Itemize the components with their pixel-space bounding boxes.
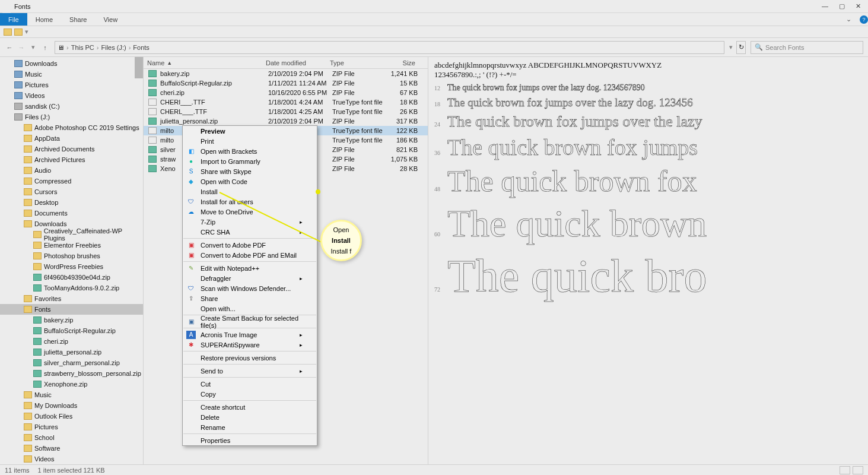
menu-install[interactable]: Install <box>183 186 317 197</box>
up-button[interactable]: ↑ <box>40 44 50 51</box>
menu-edit-npp[interactable]: ✎Edit with Notepad++ <box>183 263 317 273</box>
menu-scan-defender[interactable]: 🛡Scan with Windows Defender... <box>183 283 317 293</box>
forward-button[interactable]: → <box>17 44 26 51</box>
folder-icon[interactable] <box>4 28 12 36</box>
menu-print[interactable]: Print <box>183 136 317 146</box>
minimize-button[interactable]: — <box>822 2 828 10</box>
menu-send-to[interactable]: Send to▸ <box>183 366 317 376</box>
menu-delete[interactable]: Delete <box>183 412 317 422</box>
sidebar-item[interactable]: Videos <box>0 90 143 101</box>
recent-chevron-icon[interactable]: ▾ <box>28 43 38 51</box>
sidebar-item[interactable]: julietta_personal.zip <box>0 347 143 357</box>
sidebar-item[interactable]: BuffaloScript-Regular.zip <box>0 325 143 336</box>
sidebar-item[interactable]: TooManyAddons-9.0.2.zip <box>0 283 143 293</box>
file-row[interactable]: BuffaloScript-Regular.zip1/11/2021 11:24… <box>144 78 428 88</box>
sidebar-item[interactable]: Desktop <box>0 197 143 208</box>
tab-view[interactable]: View <box>95 13 126 26</box>
ribbon-chevron-icon[interactable]: ⌄ <box>846 15 856 23</box>
sidebar-item[interactable]: AppData <box>0 133 143 144</box>
menu-crc[interactable]: CRC SHA▸ <box>183 227 317 237</box>
folder-icon[interactable] <box>14 28 23 36</box>
col-type[interactable]: Type <box>326 59 383 66</box>
sidebar-item[interactable]: Compressed <box>0 176 143 186</box>
file-row[interactable]: CHERL___.TTF1/18/2001 4:25 AMTrueType fo… <box>144 107 428 116</box>
tab-home[interactable]: Home <box>27 13 61 26</box>
sidebar-item[interactable]: sandisk (C:) <box>0 101 143 112</box>
menu-share-skype[interactable]: SShare with Skype <box>183 166 317 176</box>
sidebar-item[interactable]: Outlook Files <box>0 411 143 422</box>
menu-preview[interactable]: Preview <box>183 126 317 136</box>
menu-acronis[interactable]: AAcronis True Image▸ <box>183 330 317 340</box>
breadcrumb-dropdown-icon[interactable]: ▾ <box>729 43 733 51</box>
breadcrumb[interactable]: 🖥 › This PC › Files (J:) › Fonts <box>55 41 724 54</box>
back-button[interactable]: ← <box>5 44 14 51</box>
menu-open-code[interactable]: ◆Open with Code <box>183 176 317 186</box>
menu-smart-backup[interactable]: ▣Create Smart Backup for selected file(s… <box>183 316 317 327</box>
col-name[interactable]: Name ▲ <box>144 59 262 66</box>
sidebar-item[interactable]: Xenophone.zip <box>0 379 143 390</box>
sidebar-item[interactable]: Downloads <box>0 58 143 69</box>
menu-defraggler[interactable]: Defraggler▸ <box>183 273 317 283</box>
sidebar-item[interactable]: strawberry_blossom_personal.zip <box>0 368 143 379</box>
tab-share[interactable]: Share <box>61 13 95 26</box>
sidebar-item[interactable]: Pictures <box>0 422 143 432</box>
help-icon[interactable]: ? <box>860 15 868 24</box>
sidebar-item[interactable]: Fonts <box>0 304 143 315</box>
menu-create-shortcut[interactable]: Create shortcut <box>183 402 317 412</box>
search-input[interactable]: 🔍 Search Fonts <box>751 41 863 54</box>
menu-share[interactable]: ⇪Share <box>183 293 317 303</box>
sidebar-item[interactable]: bakery.zip <box>0 315 143 325</box>
sidebar-item[interactable]: 6f4960b49390e04d.zip <box>0 272 143 283</box>
menu-cut[interactable]: Cut <box>183 379 317 389</box>
large-icons-view-icon[interactable] <box>853 466 863 474</box>
menu-convert-pdf[interactable]: ▣Convert to Adobe PDF <box>183 240 317 250</box>
menu-convert-pdf-email[interactable]: ▣Convert to Adobe PDF and EMail <box>183 250 317 260</box>
crumb-files-j[interactable]: Files (J:) <box>101 44 126 51</box>
file-row[interactable]: CHERI___.TTF1/18/2001 4:24 AMTrueType fo… <box>144 97 428 107</box>
sidebar-item[interactable]: silver_charm_personal.zip <box>0 357 143 368</box>
sidebar-item[interactable]: Creatively_Caffeinated-WP Plugins <box>0 229 143 240</box>
menu-restore[interactable]: Restore previous versions <box>183 353 317 363</box>
menu-7zip[interactable]: 7-Zip▸ <box>183 217 317 227</box>
menu-rename[interactable]: Rename <box>183 422 317 432</box>
scrollbar-thumb[interactable] <box>135 57 143 78</box>
crumb-this-pc[interactable]: This PC <box>71 44 94 51</box>
close-button[interactable]: ✕ <box>856 2 861 10</box>
menu-onedrive[interactable]: ☁Move to OneDrive <box>183 207 317 217</box>
sidebar-item[interactable]: cheri.zip <box>0 336 143 347</box>
sidebar-item[interactable]: My Downloads <box>0 400 143 411</box>
sidebar-item[interactable]: Software <box>0 443 143 454</box>
sidebar-item[interactable]: Cursors <box>0 186 143 197</box>
sidebar-item[interactable]: Adobe Photoshop CC 2019 Settings <box>0 122 143 133</box>
file-row[interactable]: bakery.zip2/10/2019 2:04 PMZIP File1,241… <box>144 69 428 78</box>
sidebar-item[interactable]: Files (J:) <box>0 112 143 122</box>
maximize-button[interactable]: ▢ <box>839 2 845 10</box>
menu-import-grammarly[interactable]: ●Import to Grammarly <box>183 156 317 166</box>
menu-open-brackets[interactable]: ◧Open with Brackets <box>183 146 317 156</box>
sidebar-item[interactable]: Videos <box>0 454 143 464</box>
sidebar-item[interactable]: Audio <box>0 165 143 176</box>
tab-file[interactable]: File <box>0 13 27 26</box>
file-row[interactable]: cheri.zip10/16/2020 6:55 PMZIP File67 KB <box>144 88 428 97</box>
sidebar-item[interactable]: Documents <box>0 208 143 218</box>
crumb-fonts[interactable]: Fonts <box>133 44 150 51</box>
sidebar-item[interactable]: Music <box>0 390 143 400</box>
col-size[interactable]: Size <box>383 59 419 66</box>
file-row[interactable]: julietta_personal.zip2/10/2019 2:04 PMZI… <box>144 116 428 126</box>
sidebar-item[interactable]: Pictures <box>0 80 143 90</box>
menu-properties[interactable]: Properties <box>183 435 317 445</box>
sidebar-item[interactable]: Music <box>0 69 143 80</box>
sidebar-item[interactable]: School <box>0 432 143 443</box>
details-view-icon[interactable] <box>840 466 850 474</box>
menu-superanti[interactable]: ✱SUPERAntiSpyware▸ <box>183 340 317 350</box>
sidebar-item[interactable]: WordPress Freebies <box>0 261 143 272</box>
menu-open-with[interactable]: Open with... <box>183 303 317 314</box>
qat-chevron-icon[interactable]: ▾ <box>25 28 28 36</box>
refresh-button[interactable]: ↻ <box>736 41 746 54</box>
col-date[interactable]: Date modified <box>262 59 326 66</box>
menu-install-all[interactable]: 🛡Install for all users <box>183 197 317 207</box>
sidebar-item[interactable]: Archived Documents <box>0 144 143 154</box>
sidebar-item[interactable]: Photoshop brushes <box>0 251 143 261</box>
sidebar-item[interactable]: Favorites <box>0 293 143 304</box>
menu-copy[interactable]: Copy <box>183 389 317 399</box>
